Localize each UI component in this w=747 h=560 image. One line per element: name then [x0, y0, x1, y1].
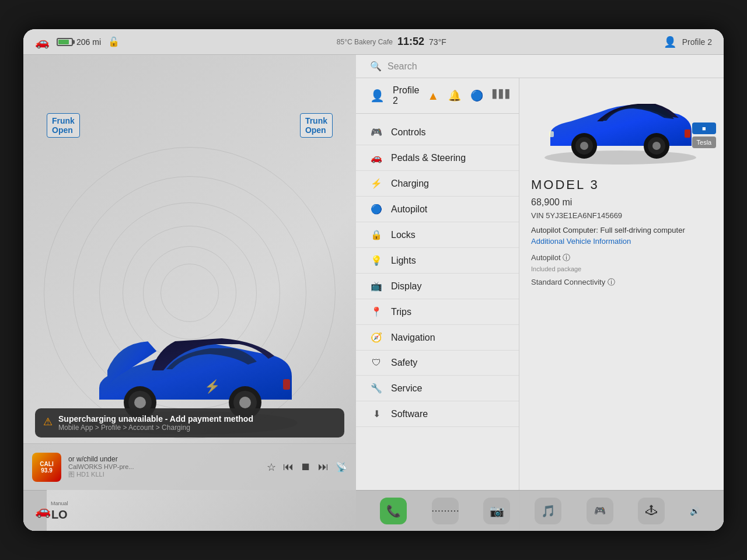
menu-item-pedals[interactable]: 🚗 Pedals & Steering: [356, 145, 519, 171]
skip-forward-icon[interactable]: ⏭: [318, 461, 329, 473]
vehicle-mileage: 68,900 mi: [531, 197, 712, 208]
frunk-status: Open: [52, 125, 73, 135]
battery-fill: [58, 40, 69, 44]
vehicle-tabs: ■ Tesla: [692, 123, 717, 148]
joystick-button[interactable]: 🕹: [638, 498, 665, 524]
vehicle-autopilot-computer: Autopilot Computer: Full self-driving co…: [531, 226, 712, 235]
lights-icon: 💡: [370, 255, 383, 266]
trips-icon: 📍: [370, 306, 383, 317]
car-icon: 🚗: [35, 503, 51, 519]
vehicle-info-column: ■ Tesla MODEL 3 68,900 mi VIN 5YJ3E1EA6N…: [519, 78, 724, 531]
autopilot-icon: 🔵: [370, 204, 383, 215]
phone-button[interactable]: 📞: [380, 498, 407, 524]
menu-item-navigation[interactable]: 🧭 Navigation: [356, 325, 519, 351]
menu-column: 👤 Profile 2 ▲ 🔔 🔵 ▋▋▋: [356, 78, 519, 531]
service-icon: 🔧: [370, 383, 383, 394]
volume-control: 🔊: [690, 506, 700, 516]
games-button[interactable]: 🎮: [587, 498, 613, 524]
menu-item-controls[interactable]: 🎮 Controls: [356, 120, 519, 145]
tab-grey[interactable]: Tesla: [692, 136, 717, 148]
autopilot-label: Autopilot: [391, 204, 427, 215]
lights-label: Lights: [391, 256, 416, 266]
media-button[interactable]: 🎵: [535, 498, 561, 524]
vehicle-vin: VIN 5YJ3E1EA6NF145669: [531, 211, 712, 220]
status-center: 85°C Bakery Cafe 11:52 73°F: [337, 36, 446, 48]
camera-button[interactable]: 📷: [483, 498, 510, 524]
bell-icon[interactable]: 🔔: [448, 89, 461, 103]
main-area: Frunk Open Trunk Open: [23, 55, 724, 531]
stop-icon[interactable]: ⏹: [301, 461, 311, 473]
car-controls-taskbar[interactable]: 🚗: [35, 503, 51, 519]
svg-point-9: [544, 150, 696, 164]
temperature-display: 73°F: [429, 37, 446, 47]
warning-subtitle: Mobile App > Profile > Account > Chargin…: [58, 424, 253, 432]
svg-point-6: [239, 397, 251, 408]
gear-value: LO: [51, 508, 68, 522]
controls-icon: 🎮: [370, 127, 383, 138]
navigation-icon: 🧭: [370, 332, 383, 343]
taskbar-left: 🚗 Manual LO: [23, 490, 47, 531]
media-controls: ☆ ⏮ ⏹ ⏭ 📡: [267, 461, 347, 474]
car-status-icon: 🚗: [35, 35, 50, 49]
menu-item-charging[interactable]: ⚡ Charging: [356, 171, 519, 197]
location-text: 85°C Bakery Cafe: [337, 38, 393, 46]
search-label: Search: [388, 61, 417, 72]
locks-label: Locks: [391, 230, 416, 240]
additional-info-link[interactable]: Additional Vehicle Information: [531, 237, 712, 246]
skip-back-icon[interactable]: ⏮: [283, 461, 294, 473]
software-label: Software: [391, 409, 428, 419]
profile-name: Profile 2: [682, 37, 712, 47]
svg-text:⚡: ⚡: [204, 379, 221, 394]
media-line3: 图 HD1 KLLI: [68, 470, 260, 479]
profile-user-icon: 👤: [370, 89, 385, 103]
tab-blue[interactable]: ■: [692, 123, 717, 134]
menu-item-software[interactable]: ⬇ Software: [356, 401, 519, 427]
warning-text: Supercharging unavailable - Add payment …: [58, 414, 253, 432]
warning-title: Supercharging unavailable - Add payment …: [58, 414, 253, 424]
menu-item-service[interactable]: 🔧 Service: [356, 376, 519, 401]
radio-logo: CALI93.9: [32, 453, 61, 482]
media-bar: CALI93.9 or w/child under CalWORKS HVP-p…: [23, 443, 356, 490]
charging-label: Charging: [391, 178, 429, 189]
locks-icon: 🔒: [370, 229, 383, 240]
profile-icons: ▲ 🔔 🔵 ▋▋▋: [427, 89, 512, 103]
display-icon: 📺: [370, 281, 383, 292]
favorite-icon[interactable]: ☆: [267, 461, 276, 474]
wifi-signal-icon: ▋▋▋: [493, 89, 512, 103]
search-bar[interactable]: 🔍 Search: [356, 55, 724, 78]
left-panel: Frunk Open Trunk Open: [23, 55, 356, 531]
connectivity: Standard Connectivity ⓘ: [531, 277, 712, 288]
profile-icon: 👤: [664, 36, 676, 48]
status-right: 👤 Profile 2: [664, 36, 712, 48]
menu-section: 🎮 Controls 🚗 Pedals & Steering ⚡ Chargin…: [356, 114, 519, 433]
status-bar: 🚗 206 mi 🔓 85°C Bakery Cafe 11:52 73°F 👤…: [23, 29, 724, 55]
menu-item-autopilot[interactable]: 🔵 Autopilot: [356, 197, 519, 222]
notification-up-icon[interactable]: ▲: [427, 89, 439, 103]
volume-icon[interactable]: 🔊: [690, 506, 700, 516]
display-label: Display: [391, 281, 421, 292]
lock-status-icon: 🔓: [108, 36, 120, 47]
menu-item-lights[interactable]: 💡 Lights: [356, 248, 519, 274]
right-panel: 🔍 Search 👤 Profile 2 ▲ 🔔 🔵: [356, 55, 724, 531]
menu-item-trips[interactable]: 📍 Trips: [356, 299, 519, 325]
menu-item-safety[interactable]: 🛡 Safety: [356, 351, 519, 376]
software-icon: ⬇: [370, 408, 383, 419]
apps-button[interactable]: ⋯⋯⋯: [432, 498, 459, 524]
svg-rect-8: [283, 379, 290, 390]
pedals-label: Pedals & Steering: [391, 153, 466, 163]
bluetooth-icon[interactable]: 🔵: [470, 89, 483, 103]
menu-item-locks[interactable]: 🔒 Locks: [356, 222, 519, 248]
search-icon: 🔍: [370, 61, 382, 72]
media-line2: CalWORKS HVP-pre...: [68, 463, 260, 470]
vehicle-image-section: ■ Tesla: [531, 88, 712, 172]
svg-point-15: [652, 142, 661, 150]
gear-label: Manual: [51, 501, 68, 506]
supercharger-warning: ⚠ Supercharging unavailable - Add paymen…: [35, 408, 344, 438]
cast-icon[interactable]: 📡: [336, 461, 347, 473]
svg-point-3: [134, 397, 146, 408]
radio-logo-text: CALI93.9: [40, 461, 53, 474]
safety-label: Safety: [391, 358, 417, 368]
menu-item-display[interactable]: 📺 Display: [356, 274, 519, 299]
controls-label: Controls: [391, 127, 426, 138]
service-label: Service: [391, 383, 422, 394]
